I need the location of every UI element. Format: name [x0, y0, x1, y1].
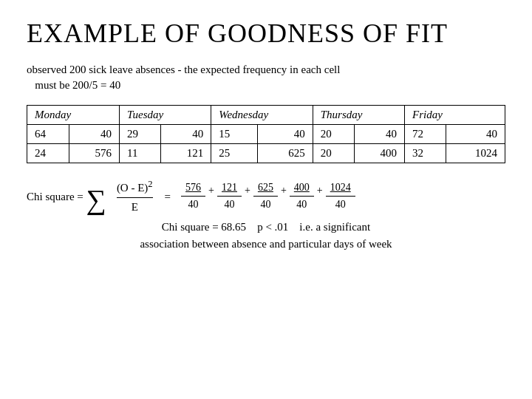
formula-fraction: (O - E)2 E — [117, 177, 153, 216]
wednesday-exp-r1: 40 — [257, 125, 313, 144]
header-tuesday: Tuesday — [120, 106, 211, 125]
monday-exp-r2: 576 — [69, 144, 119, 163]
plus-3: + — [316, 183, 324, 199]
plus-2: + — [279, 183, 288, 199]
sum-num-2: 625 — [253, 180, 278, 197]
sum-num-1: 121 — [217, 180, 242, 197]
sum-num-0: 576 — [181, 180, 205, 197]
wednesday-obs-r1: 15 — [211, 125, 257, 144]
header-thursday: Thursday — [313, 106, 404, 125]
conclusion: association between absence and particul… — [140, 238, 392, 250]
friday-exp-r1: 40 — [446, 125, 505, 144]
thursday-exp-r1: 40 — [354, 125, 404, 144]
table-row: 64 40 29 40 15 40 20 40 72 40 — [27, 125, 505, 144]
sum-item-3: 400 40 — [290, 180, 314, 214]
header-monday: Monday — [27, 106, 120, 125]
thursday-exp-r2: 400 — [354, 144, 404, 163]
thursday-obs-r2: 20 — [313, 144, 354, 163]
formula-numerator: (O - E)2 — [117, 177, 153, 198]
page: EXAMPLE OF GOODNESS OF FIT observed 200 … — [0, 0, 532, 399]
thursday-obs-r1: 20 — [313, 125, 354, 144]
monday-obs-r2: 24 — [27, 144, 69, 163]
sum-den-2: 40 — [256, 197, 275, 213]
monday-obs-r1: 64 — [27, 125, 69, 144]
sum-item-4: 1024 40 — [326, 180, 355, 214]
description-line2: must be 200/5 = 40 — [35, 79, 120, 91]
sum-den-3: 40 — [292, 197, 311, 213]
sum-item-0: 576 40 — [181, 180, 205, 214]
sum-item-1: 121 40 — [217, 180, 242, 214]
chi-section: Chi square = ∑ (O - E)2 E = 576 40 + 121 — [27, 177, 505, 252]
p-value: p < .01 — [257, 221, 288, 233]
table-row: 24 576 11 121 25 625 20 400 32 1024 — [27, 144, 505, 163]
monday-exp-r1: 40 — [69, 125, 119, 144]
sum-den-1: 40 — [219, 197, 239, 213]
description: observed 200 sick leave absences - the e… — [27, 62, 505, 93]
wednesday-exp-r2: 625 — [257, 144, 313, 163]
friday-obs-r2: 32 — [404, 144, 446, 163]
plus-0: + — [207, 183, 216, 199]
friday-obs-r1: 72 — [404, 125, 446, 144]
sum-num-4: 1024 — [326, 180, 355, 197]
friday-exp-r2: 1024 — [446, 144, 505, 163]
header-wednesday: Wednesday — [211, 106, 313, 125]
table-header-row: Monday Tuesday Wednesday Thursday Friday — [27, 106, 505, 125]
equals-sign: = — [165, 188, 171, 205]
significance: i.e. a significant — [299, 221, 370, 233]
plus-1: + — [243, 183, 252, 199]
chi-result: Chi square = 68.65 — [162, 221, 246, 233]
tuesday-exp-r2: 121 — [161, 144, 211, 163]
sigma-icon: ∑ — [86, 185, 106, 214]
sum-den-4: 40 — [331, 197, 350, 213]
sum-num-3: 400 — [290, 180, 314, 197]
data-table: Monday Tuesday Wednesday Thursday Friday… — [27, 105, 505, 163]
wednesday-obs-r2: 25 — [211, 144, 257, 163]
formula-denominator: E — [132, 198, 138, 216]
header-friday: Friday — [404, 106, 505, 125]
tuesday-exp-r1: 40 — [161, 125, 211, 144]
page-title: EXAMPLE OF GOODNESS OF FIT — [27, 18, 505, 49]
tuesday-obs-r1: 29 — [120, 125, 161, 144]
chi-bottom: Chi square = 68.65 p < .01 i.e. a signif… — [27, 219, 505, 252]
sum-item-2: 625 40 — [253, 180, 278, 214]
description-line1: observed 200 sick leave absences - the e… — [27, 64, 340, 75]
tuesday-obs-r2: 11 — [120, 144, 161, 163]
sum-den-0: 40 — [184, 197, 203, 213]
sum-fractions: 576 40 + 121 40 + 625 40 + 40 — [181, 180, 355, 214]
chi-formula-row: Chi square = ∑ (O - E)2 E = 576 40 + 121 — [27, 177, 505, 216]
chi-label: Chi square = — [27, 188, 83, 205]
